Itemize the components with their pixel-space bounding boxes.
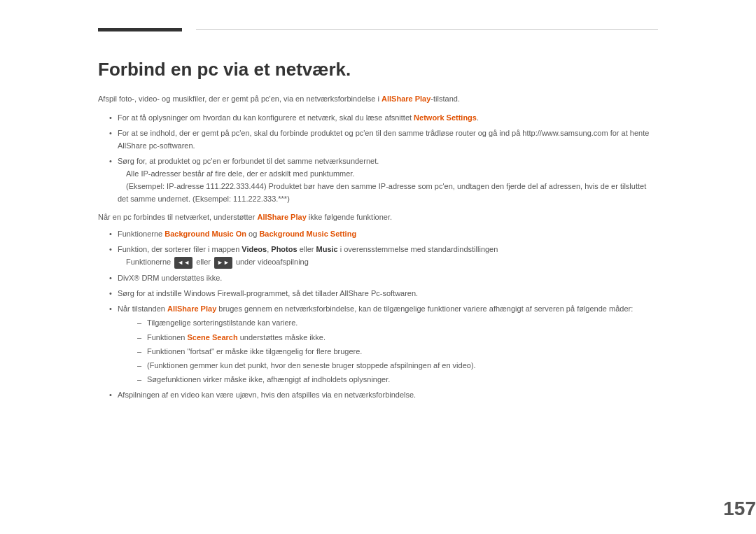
list-item: Afspilningen af en video kan være ujævn,… [109,388,658,401]
bg-music-setting: Background Music Setting [259,230,356,238]
videos-label: Videos [241,245,267,253]
intro-paragraph: Afspil foto-, video- og musikfiler, der … [98,93,658,106]
page-content: Forbind en pc via et netværk. Afspil fot… [98,49,658,506]
top-bar-accent [98,28,182,31]
rewind-icon: ◄◄ [174,257,192,269]
sub-text-icons: Funktionerne ◄◄ eller ►► under videoafsp… [118,258,309,266]
top-bar [98,28,658,31]
list-item: Sørg for at indstille Windows Firewall-p… [109,287,658,300]
list-item: Sørg for, at produktet og pc'en er forbu… [109,155,658,206]
page-title: Forbind en pc via et netværk. [98,59,658,80]
bg-music-on: Background Music On [164,230,246,238]
intro-suffix: -tilstand. [430,94,460,103]
photos-label: Photos [271,245,297,253]
intro-text: Afspil foto-, video- og musikfiler, der … [98,94,379,103]
list-item: Funktionerne Background Music On og Back… [109,227,658,240]
music-label: Music [316,245,338,253]
dash-item: Funktionen "fortsat" er måske ikke tilgæ… [137,345,658,358]
dash-item: (Funktionen gemmer kun det punkt, hvor d… [137,359,658,372]
forward-icon: ►► [214,257,232,269]
list-item: For at se indhold, der er gemt på pc'en,… [109,127,658,152]
page-number: 157 [723,498,756,520]
sub-text: Alle IP-adresser består af fire dele, de… [118,169,354,178]
sub-text-2: (Eksempel: IP-adresse 111.222.333.444) P… [118,182,646,203]
list-item: DivX® DRM understøttes ikke. [109,272,658,284]
list-item: For at få oplysninger om hvordan du kan … [109,111,658,124]
scene-search-label: Scene Search [187,333,237,342]
feature-bullet-list: Funktionerne Background Music On og Back… [109,227,658,401]
allshare-play-brand: AllShare Play [382,94,430,103]
dash-item: Søgefunktionen virker måske ikke, afhæng… [137,373,658,386]
dash-item: Funktionen Scene Search understøttes mås… [137,331,658,344]
allshare-play-2: AllShare Play [257,213,306,221]
allshare-play-3: AllShare Play [167,304,216,313]
dash-item: Tilgængelige sorteringstilstande kan var… [137,316,658,329]
network-settings-link: Network Settings [414,113,477,122]
list-item: Når tilstanden AllShare Play bruges genn… [109,302,658,386]
top-bar-line [196,29,658,30]
main-bullet-list: For at få oplysninger om hvordan du kan … [109,111,658,206]
list-item: Funktion, der sorterer filer i mappen Vi… [109,243,658,269]
dash-list: Tilgængelige sorteringstilstande kan var… [137,316,658,386]
network-section-intro: Når en pc forbindes til netværket, under… [98,211,658,224]
